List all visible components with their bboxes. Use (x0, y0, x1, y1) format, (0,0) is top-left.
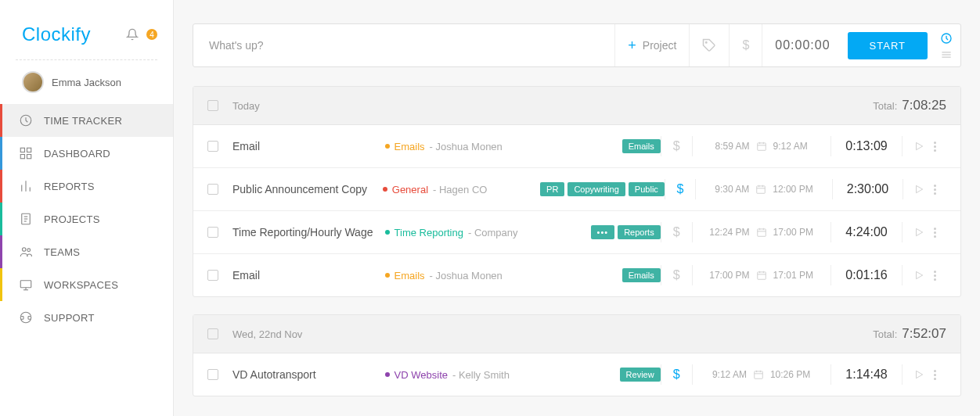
billable-toggle[interactable]: $ (661, 265, 693, 285)
project-client: - Joshua Monen (430, 270, 503, 282)
billable-toggle[interactable]: $ (661, 136, 693, 156)
continue-button[interactable] (913, 369, 924, 380)
entry-checkbox[interactable] (207, 270, 218, 281)
billable-toggle[interactable]: $ (665, 179, 696, 199)
project-name: General (392, 184, 428, 195)
select-all-checkbox[interactable] (207, 100, 218, 111)
tag[interactable]: Emails (622, 268, 661, 282)
project-picker[interactable]: + Project (614, 24, 689, 66)
entry-times[interactable]: 17:00 PM17:01 PM (693, 270, 830, 281)
entry-checkbox[interactable] (207, 227, 218, 238)
tag[interactable]: Emails (622, 139, 661, 153)
avatar (22, 71, 44, 93)
sidebar: Clockify 4 Emma Jackson TIME TRACKERDASH… (0, 0, 174, 416)
tag[interactable]: Public (629, 182, 665, 196)
entry-duration[interactable]: 1:14:48 (830, 364, 903, 385)
time-entry-row: Public Announcement CopyGeneral - Hagen … (193, 168, 960, 211)
timer-mode-icon[interactable] (940, 30, 953, 44)
sidebar-item-time-tracker[interactable]: TIME TRACKER (0, 104, 173, 137)
entry-project[interactable]: Emails - Joshua Monen (385, 270, 552, 282)
time-entry-bar: What's up? + Project $ 00:00:00 START (193, 23, 961, 67)
entry-menu-button[interactable] (934, 142, 936, 152)
description-input[interactable]: What's up? (193, 39, 614, 52)
continue-button[interactable] (913, 184, 924, 195)
entry-actions (903, 141, 946, 152)
entry-project[interactable]: Time Reporting - Company (385, 227, 552, 238)
nav-icon (19, 245, 33, 259)
svg-rect-3 (20, 155, 24, 159)
day-group: Wed, 22nd NovTotal: 7:52:07VD Autotransp… (193, 314, 961, 396)
nav-label: DASHBOARD (44, 148, 110, 160)
svg-rect-40 (755, 371, 763, 378)
svg-rect-4 (27, 155, 31, 159)
entry-times[interactable]: 8:59 AM9:12 AM (693, 141, 830, 152)
manual-mode-icon[interactable] (940, 48, 953, 60)
nav-label: REPORTS (44, 181, 95, 192)
entry-checkbox[interactable] (207, 184, 218, 195)
entry-project[interactable]: Emails - Joshua Monen (385, 141, 552, 152)
sidebar-item-teams[interactable]: TEAMS (0, 235, 173, 268)
day-total-label: Total: (873, 328, 897, 340)
entry-tags: •••Reports (552, 225, 661, 239)
user-name: Emma Jackson (52, 77, 121, 88)
sidebar-item-reports[interactable]: REPORTS (0, 170, 173, 203)
sidebar-item-workspaces[interactable]: WORKSPACES (0, 268, 173, 301)
sidebar-item-support[interactable]: SUPPORT (0, 301, 173, 334)
timer-display[interactable]: 00:00:00 (762, 24, 842, 66)
continue-button[interactable] (913, 227, 924, 238)
svg-rect-1 (20, 148, 24, 152)
entry-description[interactable]: Email (232, 269, 385, 282)
tag[interactable]: Reports (618, 225, 661, 239)
entry-times[interactable]: 12:24 PM17:00 PM (693, 227, 830, 238)
entry-menu-button[interactable] (934, 271, 936, 281)
entry-menu-button[interactable] (934, 185, 936, 195)
project-dot (385, 372, 390, 377)
sidebar-item-projects[interactable]: PROJECTS (0, 203, 173, 235)
time-entry-row: Time Reporting/Hourly WageTime Reporting… (193, 211, 960, 254)
tag[interactable]: PR (540, 182, 564, 196)
entry-menu-button[interactable] (934, 370, 936, 380)
notification-count-badge[interactable]: 4 (146, 29, 157, 40)
continue-button[interactable] (913, 270, 924, 281)
billable-toggle[interactable]: $ (661, 364, 693, 385)
select-all-checkbox[interactable] (207, 328, 218, 339)
nav-icon (19, 212, 33, 226)
entry-duration[interactable]: 4:24:00 (830, 222, 903, 242)
notifications-bell-icon[interactable] (126, 27, 140, 41)
entry-checkbox[interactable] (207, 141, 218, 152)
tag[interactable]: Copywriting (567, 182, 625, 196)
project-client: - Kelly Smith (452, 369, 510, 381)
svg-point-15 (706, 42, 708, 44)
tag-picker[interactable] (689, 24, 729, 66)
entry-times[interactable]: 9:30 AM12:00 PM (696, 184, 832, 195)
continue-button[interactable] (913, 141, 924, 152)
entry-menu-button[interactable] (934, 228, 936, 238)
entry-project[interactable]: General - Hagen CO (383, 184, 547, 195)
user-profile[interactable]: Emma Jackson (0, 71, 173, 104)
day-header: TodayTotal: 7:08:25 (193, 87, 960, 125)
sidebar-item-dashboard[interactable]: DASHBOARD (0, 137, 173, 170)
billable-toggle[interactable]: $ (729, 24, 762, 66)
nav-icon (19, 146, 33, 160)
project-client: - Joshua Monen (430, 141, 503, 152)
start-button[interactable]: START (848, 32, 928, 59)
entry-description[interactable]: VD Autotransport (232, 368, 385, 381)
entry-description[interactable]: Public Announcement Copy (232, 183, 383, 195)
entry-times[interactable]: 9:12 AM10:26 PM (693, 369, 830, 380)
nav-icon (19, 113, 33, 127)
entry-checkbox[interactable] (207, 369, 218, 380)
entry-project[interactable]: VD Website - Kelly Smith (385, 369, 552, 381)
nav-stripe (0, 268, 2, 301)
entry-description[interactable]: Email (232, 140, 385, 152)
start-time: 17:00 PM (709, 270, 749, 281)
start-time: 8:59 AM (715, 141, 750, 152)
entry-duration[interactable]: 2:30:00 (832, 179, 904, 199)
project-name: Time Reporting (395, 227, 463, 238)
tag[interactable]: Review (620, 368, 661, 382)
billable-toggle[interactable]: $ (661, 222, 693, 242)
entry-description[interactable]: Time Reporting/Hourly Wage (232, 226, 385, 238)
entry-duration[interactable]: 0:01:16 (830, 265, 903, 285)
nav-label: TEAMS (44, 246, 80, 258)
entry-duration[interactable]: 0:13:09 (830, 136, 903, 156)
more-tags-button[interactable]: ••• (591, 225, 615, 239)
